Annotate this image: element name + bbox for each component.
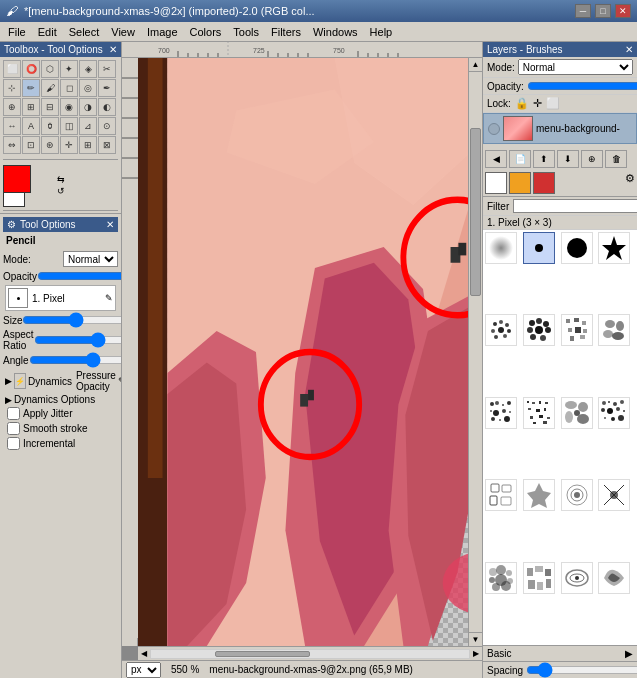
delete-layer-button[interactable]: 🗑	[605, 150, 627, 168]
dynamics-expand-icon[interactable]: ▶	[5, 376, 12, 386]
lock-all-icon[interactable]: ⬜	[546, 97, 560, 110]
menu-image[interactable]: Image	[141, 24, 184, 40]
menu-tools[interactable]: Tools	[227, 24, 265, 40]
tool-ink[interactable]: ✒	[98, 79, 116, 97]
layer-item[interactable]: menu-background-	[483, 113, 637, 144]
filter-input[interactable]	[513, 199, 637, 213]
lock-pixels-icon[interactable]: 🔒	[515, 97, 529, 110]
tool-heal[interactable]: ⊞	[22, 98, 40, 116]
dynamics-options-expand-icon[interactable]: ▶	[5, 395, 12, 405]
brush-red-swatch[interactable]	[533, 172, 555, 194]
mode-select[interactable]: Normal	[63, 251, 118, 267]
tool-paintbrush[interactable]: 🖌	[41, 79, 59, 97]
scroll-left-button[interactable]: ◀	[138, 648, 150, 659]
menu-edit[interactable]: Edit	[32, 24, 63, 40]
size-slider[interactable]	[22, 313, 122, 327]
brush-cell-hard-lg[interactable]	[561, 232, 593, 264]
tool-blur-sharpen[interactable]: ◉	[60, 98, 78, 116]
tool-bucket-fill[interactable]: ⧮	[41, 117, 59, 135]
incremental-checkbox[interactable]	[7, 437, 20, 450]
tool-clone[interactable]: ⊕	[3, 98, 21, 116]
menu-select[interactable]: Select	[63, 24, 106, 40]
tool-transform[interactable]: ⊡	[22, 136, 40, 154]
brush-cell-texture16[interactable]	[598, 562, 630, 594]
brush-cell-texture6[interactable]	[523, 397, 555, 429]
tool-paths[interactable]: ⊹	[3, 79, 21, 97]
angle-slider[interactable]	[29, 353, 122, 367]
brush-cell-texture14[interactable]	[523, 562, 555, 594]
tool-dodge-burn[interactable]: ◐	[98, 98, 116, 116]
scroll-track[interactable]	[469, 72, 482, 632]
brush-cell-star[interactable]	[598, 232, 630, 264]
raise-layer-button[interactable]: ⬆	[533, 150, 555, 168]
window-controls[interactable]: ─ □ ✕	[575, 4, 631, 18]
tool-options-close-icon[interactable]: ✕	[106, 219, 114, 230]
tool-move[interactable]: ✛	[60, 136, 78, 154]
brush-cell-texture13[interactable]	[485, 562, 517, 594]
maximize-button[interactable]: □	[595, 4, 611, 18]
tool-crop[interactable]: ⊠	[98, 136, 116, 154]
tool-pencil[interactable]: ✏	[22, 79, 40, 97]
brush-cell-texture1[interactable]	[485, 314, 517, 346]
foreground-color-swatch[interactable]	[3, 165, 31, 193]
brush-toolbar-settings-icon[interactable]: ⚙	[625, 172, 635, 194]
tool-measure[interactable]: ↔	[3, 117, 21, 135]
tool-select-by-color[interactable]: ◈	[79, 60, 97, 78]
apply-jitter-checkbox[interactable]	[7, 407, 20, 420]
menu-colors[interactable]: Colors	[184, 24, 228, 40]
tool-scissors[interactable]: ✂	[98, 60, 116, 78]
brush-white-swatch[interactable]	[485, 172, 507, 194]
brush-cell-texture12[interactable]	[598, 479, 630, 511]
close-button[interactable]: ✕	[615, 4, 631, 18]
layer-visibility-icon[interactable]	[488, 123, 500, 135]
brush-cell-texture2[interactable]	[523, 314, 555, 346]
opacity-slider[interactable]	[37, 269, 122, 283]
tool-perspective-clone[interactable]: ⊟	[41, 98, 59, 116]
brush-cell-texture7[interactable]	[561, 397, 593, 429]
brush-cell-soft-white[interactable]	[485, 232, 517, 264]
spacing-slider[interactable]	[526, 664, 637, 676]
menu-help[interactable]: Help	[364, 24, 399, 40]
menu-windows[interactable]: Windows	[307, 24, 364, 40]
tool-eraser[interactable]: ◻	[60, 79, 78, 97]
layers-nav-back[interactable]: ◀	[485, 150, 507, 168]
scrollbar-right[interactable]: ▲ ▼	[468, 58, 482, 646]
brush-cell-texture15[interactable]	[561, 562, 593, 594]
tool-color-picker[interactable]: ⊿	[79, 117, 97, 135]
tool-flip[interactable]: ⇔	[3, 136, 21, 154]
brush-expand-icon[interactable]: ▶	[625, 648, 633, 659]
menu-filters[interactable]: Filters	[265, 24, 307, 40]
layer-opacity-slider[interactable]	[527, 80, 637, 92]
toolbox-close-icon[interactable]: ✕	[109, 44, 117, 55]
tool-rect-select[interactable]: ⬜	[3, 60, 21, 78]
h-scroll-track[interactable]	[150, 649, 470, 659]
menu-view[interactable]: View	[105, 24, 141, 40]
brush-cell-texture10[interactable]	[523, 479, 555, 511]
brush-cell-texture9[interactable]	[485, 479, 517, 511]
brush-cell-texture11[interactable]	[561, 479, 593, 511]
tool-free-select[interactable]: ⬡	[41, 60, 59, 78]
scroll-up-button[interactable]: ▲	[469, 58, 482, 72]
smooth-stroke-checkbox[interactable]	[7, 422, 20, 435]
duplicate-layer-button[interactable]: ⊕	[581, 150, 603, 168]
lower-layer-button[interactable]: ⬇	[557, 150, 579, 168]
tool-blend[interactable]: ◫	[60, 117, 78, 135]
tool-warp[interactable]: ⊛	[41, 136, 59, 154]
scroll-down-button[interactable]: ▼	[469, 632, 482, 646]
tool-fuzzy-select[interactable]: ✦	[60, 60, 78, 78]
minimize-button[interactable]: ─	[575, 4, 591, 18]
brush-edit-icon[interactable]: ✎	[105, 293, 113, 303]
tool-smudge[interactable]: ◑	[79, 98, 97, 116]
tool-align[interactable]: ⊞	[79, 136, 97, 154]
scroll-thumb[interactable]	[470, 128, 481, 296]
brush-cell-texture5[interactable]	[485, 397, 517, 429]
unit-select[interactable]: px	[126, 662, 161, 678]
scrollbar-bottom[interactable]: ◀ ▶	[138, 646, 482, 660]
aspect-ratio-slider[interactable]	[34, 333, 122, 347]
canvas-viewport[interactable]: ▲ ▼	[138, 58, 482, 646]
tool-airbrush[interactable]: ◎	[79, 79, 97, 97]
add-layer-button[interactable]: 📄	[509, 150, 531, 168]
tool-text[interactable]: A	[22, 117, 40, 135]
tool-zoom[interactable]: ⊙	[98, 117, 116, 135]
lock-position-icon[interactable]: ✛	[533, 97, 542, 110]
